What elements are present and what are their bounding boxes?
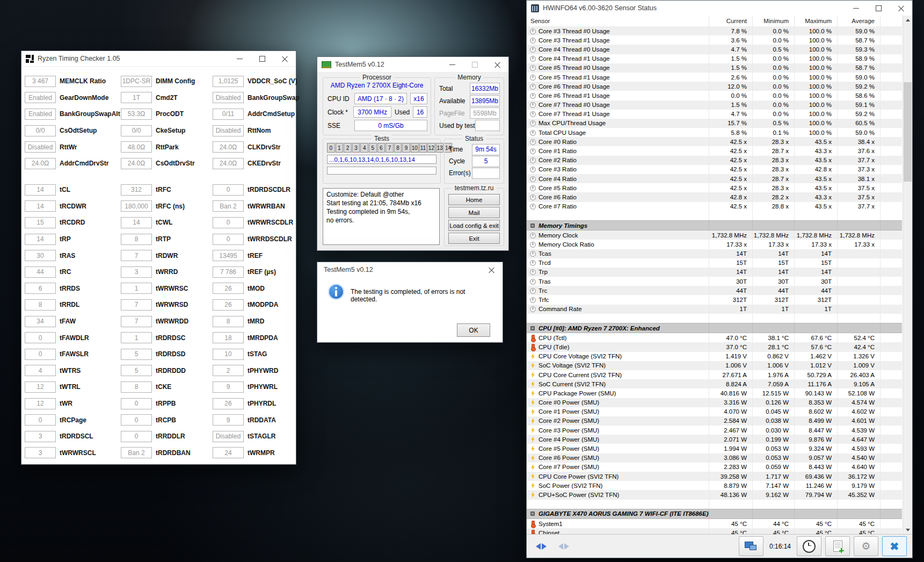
test-number-button[interactable]: 1 — [336, 143, 344, 153]
value-field[interactable]: 5 — [121, 365, 152, 376]
value-field[interactable]: 10 — [213, 349, 244, 360]
value-field[interactable]: 34 — [25, 316, 56, 327]
ok-button[interactable]: OK — [457, 323, 490, 337]
value-field[interactable]: Enabled — [25, 92, 56, 103]
value-field[interactable]: 0/11 — [213, 109, 244, 120]
value-field[interactable]: 1T — [121, 92, 152, 103]
value-field[interactable]: 0 — [121, 431, 152, 442]
value-field[interactable]: 12 — [25, 381, 56, 393]
sensor-row[interactable]: Core #2 Power (SMU) 2.584 W 0.038 W 8.49… — [527, 416, 902, 426]
minimize-button[interactable] — [441, 57, 463, 72]
test-number-button[interactable]: 6 — [377, 143, 385, 153]
sensor-row[interactable]: Core #2 Ratio 42.5 x 28.3 x 43.5 x 37.7 … — [527, 156, 902, 165]
sensor-row[interactable]: Memory Clock 1,732.8 MHz 1,732.8 MHz 1,7… — [527, 230, 902, 240]
value-field[interactable]: 0 — [213, 217, 244, 228]
value-field[interactable]: 14 — [25, 234, 56, 245]
value-field[interactable]: 0 — [25, 414, 56, 426]
value-field[interactable]: 1,0125 — [213, 76, 244, 87]
site-button[interactable]: Load config & exit — [448, 220, 500, 231]
test-number-button[interactable]: 0 — [327, 143, 335, 153]
value-field[interactable]: 26 — [213, 283, 244, 294]
test-number-button[interactable]: 3 — [352, 143, 360, 153]
sensor-row[interactable]: Memory Clock Ratio 17.33 x 17.33 x 17.33… — [527, 240, 902, 249]
scroll-down-button[interactable] — [903, 525, 912, 535]
logging-report-button[interactable] — [825, 536, 850, 556]
close-button[interactable] — [486, 57, 508, 72]
sensor-row[interactable]: Trcd 15T 15T 15T — [527, 258, 902, 268]
sensor-row[interactable]: Core #1 Power (SMU) 4.070 W 0.045 W 8.60… — [527, 407, 902, 416]
test-number-button[interactable]: 8 — [394, 143, 402, 153]
value-field[interactable]: 24.0Ω — [213, 158, 244, 169]
sensor-row[interactable]: Core #6 Power (SMU) 3.086 W 0.053 W 9.05… — [527, 453, 902, 463]
clock-button[interactable] — [797, 536, 821, 556]
value-field[interactable]: 0/0 — [25, 125, 56, 136]
value-field[interactable]: 3 — [25, 431, 56, 442]
value-field[interactable]: 44 — [25, 266, 56, 278]
value-field[interactable]: 26 — [213, 398, 244, 409]
value-field[interactable]: 24.0Ω — [121, 158, 152, 169]
maximize-button[interactable] — [251, 51, 273, 66]
column-header-sensor[interactable]: Sensor — [527, 16, 709, 26]
value-field[interactable]: 8 — [25, 299, 56, 311]
value-field[interactable]: 24.0Ω — [25, 158, 56, 169]
site-button[interactable]: Mail — [448, 207, 500, 218]
value-field[interactable]: 2 — [213, 365, 244, 376]
sensor-row[interactable]: Memory Timings — [527, 220, 902, 230]
value-field[interactable]: 180,000 — [121, 200, 152, 212]
sensor-row[interactable]: Core #5 Thread #0 Usage 1.5 % 0.0 % 100.… — [527, 63, 902, 73]
value-field[interactable]: 7 — [121, 316, 152, 327]
sensor-row[interactable]: Core #7 Power (SMU) 2.283 W 0.059 W 8.44… — [527, 463, 902, 472]
value-field[interactable]: 3 — [25, 447, 56, 458]
site-button[interactable]: Home — [448, 194, 500, 205]
value-field[interactable]: 13495 — [213, 250, 244, 261]
sensor-row[interactable]: Core #6 Thread #0 Usage 12.0 % 0.0 % 100… — [527, 82, 902, 91]
sensor-row[interactable]: Core #3 Thread #1 Usage 3.6 % 0.0 % 100.… — [527, 35, 902, 45]
dialog-titlebar[interactable]: TestMem5 v0.12 — [317, 262, 503, 277]
sensor-row[interactable]: Tcas 14T 14T 14T — [527, 249, 902, 258]
value-field[interactable]: 0 — [121, 414, 152, 426]
test-number-button[interactable]: 10 — [411, 143, 419, 153]
column-header-minimum[interactable]: Minimum — [753, 16, 795, 26]
value-field[interactable]: 9 — [213, 381, 244, 393]
value-field[interactable]: 14 — [121, 217, 152, 228]
value-field[interactable]: 6 — [25, 283, 56, 294]
value-field[interactable]: 4 — [25, 365, 56, 376]
value-field[interactable]: 1 — [121, 332, 152, 343]
close-button[interactable] — [273, 51, 296, 66]
value-field[interactable]: 8 — [213, 316, 244, 327]
value-field[interactable]: 7 — [121, 250, 152, 261]
value-field[interactable]: 0/0 — [121, 125, 152, 136]
test-number-button[interactable]: 5 — [369, 143, 377, 153]
sensor-row[interactable]: Core #4 Thread #0 Usage 4.7 % 0.5 % 100.… — [527, 45, 902, 54]
sensor-row[interactable]: System1 45 °C 44 °C 45 °C 45 °C — [527, 519, 902, 528]
test-number-button[interactable]: 9 — [402, 143, 410, 153]
value-field[interactable]: 8 — [121, 381, 152, 393]
column-header-average[interactable]: Average — [838, 16, 881, 26]
sensor-row[interactable]: CPU Core Power (SVI2 TFN) 39.258 W 1.717… — [527, 472, 902, 481]
sensor-row[interactable]: Core #7 Ratio 42.5 x 28.8 x 43.5 x 37.7 … — [527, 202, 902, 211]
minimize-button[interactable] — [228, 51, 251, 66]
value-field[interactable]: 12 — [25, 398, 56, 409]
value-field[interactable]: 24 — [213, 447, 244, 458]
close-button[interactable] — [480, 262, 503, 277]
test-number-button[interactable]: 13 — [436, 143, 444, 153]
column-header-current[interactable]: Current — [709, 16, 753, 26]
value-field[interactable]: Disabled — [213, 125, 244, 136]
sensor-row[interactable] — [527, 314, 902, 323]
sensor-row[interactable]: CPU Package Power (SMU) 40.816 W 12.515 … — [527, 388, 902, 398]
sensor-row[interactable]: Core #1 Ratio 42.5 x 28.7 x 43.3 x 37.6 … — [527, 146, 902, 155]
test-number-button[interactable]: 2 — [344, 143, 352, 153]
sensor-row[interactable]: Core #3 Ratio 42.5 x 28.3 x 42.8 x 37.3 … — [527, 165, 902, 174]
value-field[interactable]: Ban 2 — [121, 447, 152, 458]
sensor-row[interactable]: SoC Current (SVI2 TFN) 8.824 A 7.059 A 1… — [527, 379, 902, 388]
close-sensors-button[interactable]: ✖ — [882, 536, 907, 556]
sensor-row[interactable]: Core #6 Ratio 42.8 x 28.2 x 43.3 x 37.5 … — [527, 192, 902, 201]
test-number-button[interactable]: 12 — [427, 143, 435, 153]
value-field[interactable]: 26 — [213, 299, 244, 311]
value-field[interactable]: 30 — [25, 250, 56, 261]
value-field[interactable]: Disabled — [25, 141, 56, 153]
value-field[interactable]: 7 — [121, 299, 152, 311]
value-field[interactable]: 48.0Ω — [121, 141, 152, 153]
value-field[interactable]: 7 786 — [213, 266, 244, 278]
value-field[interactable]: 8 — [121, 234, 152, 245]
